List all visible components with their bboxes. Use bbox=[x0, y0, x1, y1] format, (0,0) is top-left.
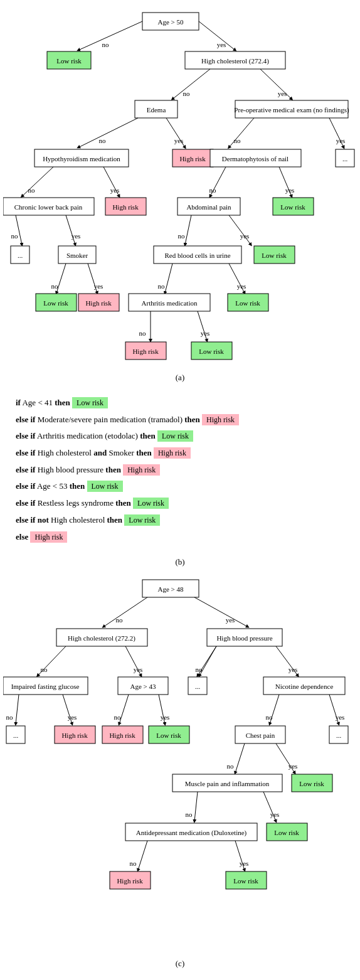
svg-text:High risk: High risk bbox=[109, 732, 135, 739]
svg-text:no: no bbox=[28, 186, 36, 194]
rule-2-result: High risk bbox=[202, 414, 239, 425]
svg-line-12 bbox=[260, 69, 292, 99]
svg-text:Antidepressant medication (Dul: Antidepressant medication (Duloxetine) bbox=[136, 829, 247, 837]
rule-1: if Age < 41 then Low risk bbox=[16, 395, 344, 411]
svg-text:Impaired fasting glucose: Impaired fasting glucose bbox=[11, 683, 80, 690]
svg-text:Chest pain: Chest pain bbox=[246, 732, 275, 739]
svg-text:yes: yes bbox=[240, 860, 249, 867]
svg-text:High risk: High risk bbox=[117, 877, 143, 885]
svg-text:High blood pressure: High blood pressure bbox=[216, 634, 272, 642]
svg-text:no: no bbox=[130, 860, 137, 867]
svg-text:no: no bbox=[6, 713, 14, 721]
svg-text:yes: yes bbox=[285, 186, 295, 194]
svg-text:no: no bbox=[183, 90, 191, 97]
rule-5: else if High blood pressure then High ri… bbox=[16, 462, 344, 478]
svg-text:Edema: Edema bbox=[147, 106, 166, 114]
svg-text:no: no bbox=[196, 666, 203, 673]
tree-c-svg: Age > 48 no yes High cholesterol (272.2)… bbox=[3, 573, 360, 950]
svg-text:Low risk: Low risk bbox=[233, 877, 258, 885]
svg-text:yes: yes bbox=[68, 713, 77, 721]
svg-line-54 bbox=[185, 215, 191, 245]
section-b-label: (b) bbox=[3, 557, 357, 567]
svg-text:no: no bbox=[209, 186, 217, 194]
svg-line-70 bbox=[165, 264, 172, 293]
svg-text:yes: yes bbox=[94, 282, 103, 290]
svg-text:yes: yes bbox=[110, 186, 120, 194]
rule-2-then: then bbox=[184, 415, 200, 424]
section-c-label: (c) bbox=[3, 959, 357, 969]
rule-5-then: then bbox=[105, 465, 121, 474]
svg-line-10 bbox=[172, 69, 210, 99]
svg-text:Low risk: Low risk bbox=[199, 348, 224, 355]
rules-section: if Age < 41 then Low risk else if Modera… bbox=[3, 389, 357, 552]
svg-text:no: no bbox=[158, 282, 166, 290]
svg-text:...: ... bbox=[13, 732, 19, 739]
svg-text:...: ... bbox=[18, 252, 23, 259]
rule-5-elseif: else if bbox=[16, 465, 35, 474]
svg-text:High risk: High risk bbox=[85, 299, 112, 307]
rule-7-result: Low risk bbox=[133, 498, 169, 509]
svg-text:Age > 50: Age > 50 bbox=[157, 18, 184, 26]
svg-text:Abdominal pain: Abdominal pain bbox=[186, 203, 231, 211]
svg-text:Low risk: Low risk bbox=[274, 829, 299, 836]
svg-text:Low risk: Low risk bbox=[43, 299, 68, 307]
svg-line-56 bbox=[229, 215, 251, 245]
svg-line-149 bbox=[194, 792, 198, 821]
svg-text:High risk: High risk bbox=[112, 203, 139, 211]
svg-text:yes: yes bbox=[278, 90, 287, 97]
svg-text:High risk: High risk bbox=[179, 155, 206, 162]
section-a-label: (a) bbox=[3, 373, 357, 383]
svg-text:yes: yes bbox=[217, 41, 226, 48]
svg-text:no: no bbox=[41, 666, 48, 673]
svg-text:Pre-operative medical exam (no: Pre-operative medical exam (no findings) bbox=[234, 106, 349, 114]
svg-line-92 bbox=[103, 597, 147, 627]
tree-a-svg: Age > 50 no yes Low risk High cholestero… bbox=[3, 6, 360, 364]
svg-text:Low risk: Low risk bbox=[156, 732, 181, 739]
svg-text:High cholesterol (272.4): High cholesterol (272.4) bbox=[201, 57, 269, 65]
svg-text:Age > 48: Age > 48 bbox=[157, 585, 184, 593]
rule-7-elseif: else if bbox=[16, 498, 35, 508]
rule-3: else if Arthritis medication (etodolac) … bbox=[16, 429, 344, 444]
svg-text:no: no bbox=[266, 713, 273, 721]
rule-8-then: then bbox=[107, 515, 123, 525]
rule-4-and: and bbox=[93, 448, 107, 457]
svg-text:yes: yes bbox=[240, 232, 250, 240]
rule-9-else: else bbox=[16, 532, 28, 541]
rule-8-result: Low risk bbox=[124, 514, 160, 526]
svg-text:Low risk: Low risk bbox=[299, 780, 324, 787]
rule-1-result: Low risk bbox=[72, 397, 108, 408]
svg-text:yes: yes bbox=[336, 713, 345, 721]
svg-text:no: no bbox=[99, 137, 107, 144]
rule-4: else if High cholesterol and Smoker then… bbox=[16, 445, 344, 461]
svg-text:Dermatophytosis of nail: Dermatophytosis of nail bbox=[222, 155, 289, 162]
rule-1-then: then bbox=[55, 398, 70, 407]
rule-2-elseif: else if bbox=[16, 415, 35, 424]
svg-text:no: no bbox=[186, 811, 193, 818]
svg-text:no: no bbox=[139, 329, 147, 337]
svg-text:Arthritis medication: Arthritis medication bbox=[142, 299, 198, 307]
rule-8-elseif: else if not bbox=[16, 515, 49, 525]
svg-line-22 bbox=[229, 118, 254, 147]
svg-line-50 bbox=[16, 215, 22, 245]
rule-8: else if not High cholesterol then Low ri… bbox=[16, 513, 344, 528]
svg-text:...: ... bbox=[342, 155, 348, 162]
rule-2: else if Moderate/severe pain medication … bbox=[16, 412, 344, 428]
svg-text:no: no bbox=[227, 762, 235, 770]
svg-line-52 bbox=[66, 215, 75, 245]
svg-text:...: ... bbox=[336, 732, 342, 739]
rule-6-result: Low risk bbox=[87, 481, 123, 492]
svg-text:High risk: High risk bbox=[61, 732, 88, 739]
svg-text:no: no bbox=[234, 137, 241, 144]
svg-text:no: no bbox=[116, 616, 124, 624]
svg-line-34 bbox=[22, 167, 53, 196]
svg-text:Hypothyroidism medication: Hypothyroidism medication bbox=[43, 155, 120, 162]
page: Age > 50 no yes Low risk High cholestero… bbox=[0, 0, 360, 980]
rule-3-then: then bbox=[140, 431, 156, 440]
svg-text:yes: yes bbox=[237, 282, 246, 290]
svg-text:yes: yes bbox=[71, 232, 81, 240]
rule-7-then: then bbox=[115, 498, 131, 508]
svg-text:High risk: High risk bbox=[132, 348, 159, 355]
svg-text:Low risk: Low risk bbox=[262, 252, 287, 259]
rule-3-result: Low risk bbox=[157, 430, 193, 442]
svg-text:yes: yes bbox=[161, 713, 170, 721]
